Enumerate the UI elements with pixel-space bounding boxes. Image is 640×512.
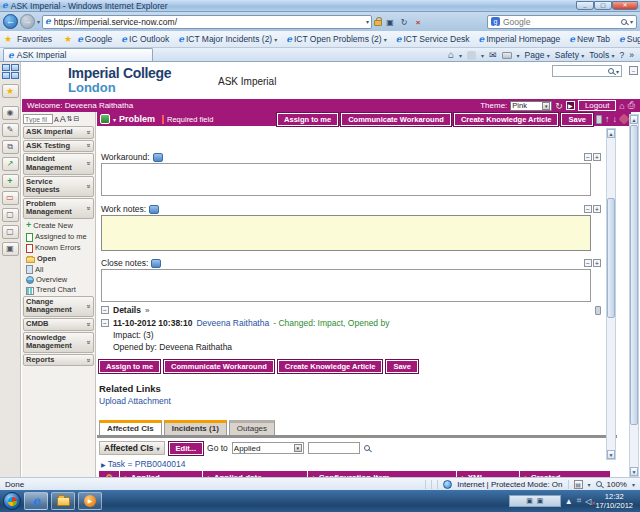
work-notes-textarea[interactable] xyxy=(101,215,591,251)
add-tool-button[interactable]: + xyxy=(2,174,19,188)
edit-button[interactable]: Edit... xyxy=(169,442,203,455)
print-dropdown-icon[interactable]: ▾ xyxy=(517,52,520,59)
phone-icon[interactable] xyxy=(595,306,601,315)
taskbar-clock[interactable]: 12:32 17/10/2012 xyxy=(595,492,637,510)
nav-item-assigned-to-me[interactable]: Assigned to me xyxy=(23,232,94,243)
favorite-ict-service-desk[interactable]: eICT Service Desk xyxy=(392,33,474,45)
back-button[interactable]: ← xyxy=(3,14,18,29)
nav-section-incident-management[interactable]: Incident Management» xyxy=(23,153,94,174)
forward-button[interactable]: → xyxy=(20,14,35,29)
scroll-up-arrow[interactable]: ▲ xyxy=(607,129,615,138)
refresh-icon[interactable]: ↻ xyxy=(398,16,410,28)
phone-icon[interactable] xyxy=(596,115,602,124)
dropdown-icon[interactable]: ▾ xyxy=(588,481,591,488)
field-annotation-icon[interactable] xyxy=(149,205,159,214)
volume-muted-icon[interactable]: ◁ xyxy=(585,497,591,506)
maximize-button[interactable]: ▢ xyxy=(594,1,612,10)
nav-section-cmdb[interactable]: CMDB» xyxy=(23,318,94,331)
dropdown-icon[interactable]: ▾ xyxy=(384,36,387,43)
section-toggle-icon[interactable]: » xyxy=(86,206,93,210)
favorite-new-tab[interactable]: eNew Tab xyxy=(565,33,614,45)
nav-item-overview[interactable]: Overview xyxy=(23,275,94,285)
safety-menu[interactable]: Safety ▾ xyxy=(555,50,585,60)
dropdown-icon[interactable]: ▾ xyxy=(157,445,160,452)
document-tool-button[interactable]: ▢ xyxy=(2,208,19,222)
search-dropdown-icon[interactable]: ▾ xyxy=(630,18,633,25)
upload-attachment-link[interactable]: Upload Attachment xyxy=(97,395,631,406)
show-hidden-icons[interactable]: ▲ xyxy=(565,497,573,506)
section-toggle-icon[interactable]: » xyxy=(86,184,93,188)
window-titlebar[interactable]: e ASK Imperial - Windows Internet Explor… xyxy=(0,0,640,12)
home-icon[interactable]: ⌂ xyxy=(448,50,454,60)
minimize-button[interactable]: _ xyxy=(576,1,594,10)
nav-item-known-errors[interactable]: Known Errors xyxy=(23,243,94,254)
close-notes-textarea[interactable] xyxy=(101,269,591,302)
tab-affected-cis[interactable]: Affected CIs xyxy=(99,420,162,435)
search-icon[interactable] xyxy=(364,445,370,451)
nav-item-create-new[interactable]: +Create New xyxy=(23,220,94,232)
dropdown-icon[interactable]: ▾ xyxy=(294,444,302,452)
field-annotation-icon[interactable] xyxy=(151,259,161,268)
create-knowledge-article-button[interactable]: Create Knowledge Article xyxy=(278,360,383,373)
nav-item-all[interactable]: All xyxy=(23,264,94,275)
nav-item-open[interactable]: Open xyxy=(23,254,94,264)
scroll-thumb[interactable] xyxy=(607,198,615,318)
nav-section-problem-management[interactable]: Problem Management» xyxy=(23,198,94,219)
in-private-icon[interactable]: ▤ xyxy=(574,480,583,489)
layout-icons[interactable] xyxy=(0,62,20,81)
expand-field-icon[interactable]: + xyxy=(593,153,601,161)
logout-button[interactable]: Logout xyxy=(578,100,616,111)
communicate-workaround-button[interactable]: Communicate Workaround xyxy=(164,360,274,373)
favorite-imperial-homepage[interactable]: eImperial Homepage xyxy=(474,33,564,45)
nav-section-ask-imperial[interactable]: ASK Imperial» xyxy=(23,126,94,139)
nav-section-change-management[interactable]: Change Management» xyxy=(23,296,94,317)
save-button[interactable]: Save xyxy=(561,113,593,126)
zoom-icon[interactable] xyxy=(596,481,602,487)
network-icon[interactable]: ⌗ xyxy=(577,496,582,506)
stop-icon[interactable]: × xyxy=(412,16,424,28)
section-toggle-icon[interactable]: » xyxy=(86,358,93,362)
assign-to-me-button[interactable]: Assign to me xyxy=(277,113,338,126)
layout-icon[interactable] xyxy=(2,64,10,71)
nav-section-reports[interactable]: Reports» xyxy=(23,354,94,367)
collapse-details-icon[interactable]: − xyxy=(101,306,109,314)
collapse-field-icon[interactable]: − xyxy=(584,153,592,161)
add-favorite-icon[interactable]: ★ xyxy=(64,34,72,44)
start-button[interactable] xyxy=(3,492,21,510)
section-toggle-icon[interactable]: » xyxy=(86,304,93,308)
section-toggle-icon[interactable]: » xyxy=(86,340,93,344)
layout-icon[interactable] xyxy=(2,72,10,79)
assign-to-me-button[interactable]: Assign to me xyxy=(99,360,160,373)
printer-icon[interactable]: ⎙ xyxy=(628,100,635,111)
nav-section-knowledge-management[interactable]: Knowledge Management» xyxy=(23,332,94,353)
feeds-dropdown-icon[interactable]: ▾ xyxy=(481,52,484,59)
tab-outages[interactable]: Outages xyxy=(229,420,275,435)
tools-menu[interactable]: Tools ▾ xyxy=(589,50,614,60)
collapse-field-icon[interactable]: − xyxy=(584,205,592,213)
collapse-nav-icon[interactable]: ⊟ xyxy=(74,115,80,123)
nav-section-ask-testing[interactable]: ASK Testing» xyxy=(23,140,94,153)
nav-section-service-requests[interactable]: Service Requests» xyxy=(23,176,94,197)
section-toggle-icon[interactable]: » xyxy=(86,322,93,326)
print-icon[interactable] xyxy=(502,52,512,59)
taskbar-media-button[interactable]: ▶ xyxy=(78,492,102,510)
bookmark-star-button[interactable]: ★ xyxy=(2,84,19,98)
layout-icon[interactable] xyxy=(11,72,19,79)
favorite-ict-open-problems[interactable]: eICT Open Problems (2)▾ xyxy=(282,33,390,45)
link-icon[interactable] xyxy=(618,113,629,124)
list-title-menu[interactable]: Affected CIs ▾ xyxy=(99,441,165,455)
zoom-dropdown-icon[interactable]: ▾ xyxy=(632,481,635,488)
goto-select[interactable]: Applied ▾ xyxy=(232,442,304,454)
entry-user-link[interactable]: Deveena Raithatha xyxy=(196,318,269,328)
favorite-google[interactable]: eGoogle xyxy=(73,33,116,45)
url-input[interactable] xyxy=(54,17,363,27)
window-tool-button[interactable]: ▭ xyxy=(2,191,19,205)
secure-document-tool-button[interactable]: ▣ xyxy=(2,242,19,256)
goto-search-input[interactable] xyxy=(308,442,360,454)
refresh-theme-icon[interactable]: ↻ xyxy=(555,101,563,111)
globe-tool-button[interactable]: ◉ xyxy=(2,106,19,120)
tab-ask-imperial[interactable]: e ASK Imperial xyxy=(3,48,153,61)
layout-icon[interactable] xyxy=(11,64,19,71)
frame-scrollbar[interactable]: ▲ ▼ xyxy=(606,128,616,460)
export-tool-button[interactable]: ↗ xyxy=(2,157,19,171)
